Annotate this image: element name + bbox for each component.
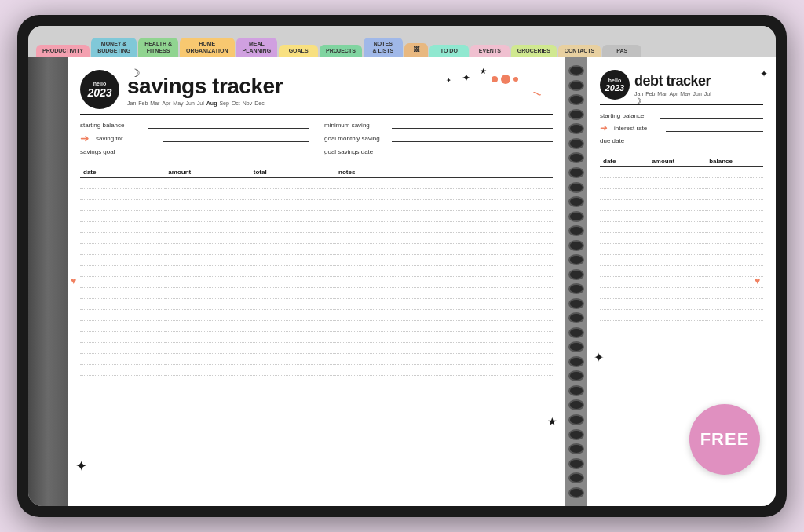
savings-row[interactable] [80,266,553,277]
debt-cell[interactable] [600,233,649,244]
savings-row[interactable] [80,211,553,222]
savings-cell[interactable] [165,178,250,189]
debt-cell[interactable] [600,167,649,178]
line-starting-balance[interactable] [148,121,309,129]
savings-cell[interactable] [165,332,250,343]
debt-cell[interactable] [600,189,649,200]
month-aug[interactable]: Aug [206,100,217,106]
savings-cell[interactable] [80,200,165,211]
debt-row[interactable] [600,200,763,211]
month-apr[interactable]: Apr [162,100,170,106]
savings-cell[interactable] [165,365,250,376]
debt-cell[interactable] [706,255,763,266]
savings-cell[interactable] [250,365,335,376]
tab-home[interactable]: HOMEORGANIZATION [180,38,235,57]
savings-cell[interactable] [335,343,553,354]
debt-cell[interactable] [600,222,649,233]
savings-cell[interactable] [335,354,553,365]
savings-cell[interactable] [335,277,553,288]
savings-cell[interactable] [250,354,335,365]
savings-cell[interactable] [165,266,250,277]
line-interest-rate[interactable] [666,124,763,132]
debt-cell[interactable] [600,178,649,189]
savings-cell[interactable] [335,200,553,211]
tab-notes[interactable]: NOTES& LISTS [364,38,403,57]
debt-cell[interactable] [649,200,706,211]
debt-cell[interactable] [706,233,763,244]
debt-cell[interactable] [649,167,706,178]
tab-photo[interactable]: 🖼 [404,43,428,57]
tab-projects[interactable]: PROJECTS [320,45,362,57]
month-jan[interactable]: Jan [127,100,136,106]
line-goal-savings-date[interactable] [392,148,553,155]
debt-cell[interactable] [600,244,649,255]
month-sep[interactable]: Sep [219,100,228,106]
savings-cell[interactable] [80,299,165,310]
debt-cell[interactable] [600,266,649,277]
savings-cell[interactable] [335,299,553,310]
debt-row[interactable] [600,178,763,189]
savings-cell[interactable] [250,211,335,222]
month-may[interactable]: May [173,100,183,106]
savings-cell[interactable] [335,321,553,332]
savings-cell[interactable] [250,200,335,211]
debt-cell[interactable] [649,233,706,244]
debt-cell[interactable] [649,222,706,233]
savings-cell[interactable] [80,211,165,222]
savings-cell[interactable] [335,178,553,189]
savings-cell[interactable] [335,189,553,200]
debt-cell[interactable] [706,310,763,321]
savings-cell[interactable] [250,299,335,310]
savings-cell[interactable] [165,244,250,255]
month-mar[interactable]: Mar [150,100,159,106]
debt-cell[interactable] [600,211,649,222]
debt-cell[interactable] [706,244,763,255]
savings-cell[interactable] [250,178,335,189]
d-month-jun[interactable]: Jun [693,91,702,97]
savings-cell[interactable] [250,222,335,233]
debt-cell[interactable] [600,255,649,266]
savings-cell[interactable] [165,288,250,299]
debt-row[interactable] [600,222,763,233]
tab-past[interactable]: PAS [602,45,641,57]
savings-cell[interactable] [250,277,335,288]
savings-cell[interactable] [335,211,553,222]
savings-cell[interactable] [250,332,335,343]
savings-cell[interactable] [335,222,553,233]
line-minimum-saving[interactable] [392,121,553,129]
savings-cell[interactable] [165,222,250,233]
savings-cell[interactable] [165,211,250,222]
savings-cell[interactable] [250,233,335,244]
savings-cell[interactable] [250,244,335,255]
savings-cell[interactable] [80,365,165,376]
tab-events[interactable]: EVENTS [470,45,510,57]
savings-cell[interactable] [335,288,553,299]
debt-cell[interactable] [600,200,649,211]
savings-cell[interactable] [250,189,335,200]
debt-row[interactable] [600,299,763,310]
tab-todo[interactable]: TO DO [429,45,469,57]
line-debt-starting[interactable] [660,111,763,119]
savings-cell[interactable] [165,233,250,244]
savings-cell[interactable] [165,200,250,211]
savings-cell[interactable] [165,354,250,365]
savings-row[interactable] [80,222,553,233]
month-dec[interactable]: Dec [254,100,264,106]
savings-row[interactable] [80,321,553,332]
debt-cell[interactable] [649,244,706,255]
debt-row[interactable] [600,211,763,222]
savings-cell[interactable] [80,244,165,255]
savings-row[interactable] [80,255,553,266]
savings-cell[interactable] [80,266,165,277]
debt-cell[interactable] [649,299,706,310]
debt-cell[interactable] [649,310,706,321]
savings-cell[interactable] [80,343,165,354]
tab-contacts[interactable]: CONTACTS [558,45,601,57]
savings-cell[interactable] [335,266,553,277]
d-month-feb[interactable]: Feb [645,91,655,97]
debt-cell[interactable] [600,277,649,288]
debt-row[interactable] [600,189,763,200]
savings-cell[interactable] [80,189,165,200]
tab-meal[interactable]: MEALPLANNING [236,38,278,57]
savings-cell[interactable] [250,310,335,321]
